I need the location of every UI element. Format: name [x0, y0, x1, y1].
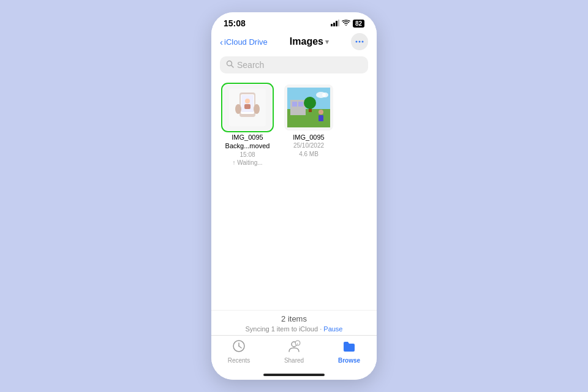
file-grid: IMG_0095 Backg...moved 15:08 ↑ Waiting..…: [220, 85, 368, 166]
status-bar: 15:08 82: [211, 12, 377, 31]
tab-bar: Recents + Shared Browse: [211, 335, 377, 371]
sync-status: Syncing 1 item to iCloud · Pause: [220, 325, 368, 333]
status-time: 15:08: [224, 18, 246, 28]
svg-line-8: [232, 66, 234, 68]
sync-text: Syncing 1 item to iCloud: [245, 325, 318, 333]
home-indicator: [211, 371, 377, 380]
svg-point-26: [322, 92, 328, 97]
back-chevron-icon: ‹: [220, 37, 223, 47]
tab-recents[interactable]: Recents: [221, 339, 257, 364]
home-bar: [263, 374, 325, 376]
file-item[interactable]: IMG_0095 Backg...moved 15:08 ↑ Waiting..…: [220, 85, 275, 166]
upload-arrow-icon: ↑: [232, 159, 235, 166]
svg-rect-21: [292, 102, 297, 107]
wifi-icon: [342, 20, 350, 28]
file-item[interactable]: IMG_0095 25/10/2022 4.6 MB: [281, 85, 336, 166]
file-upload-status: ↑ Waiting...: [232, 159, 262, 166]
file-meta-time: 15:08: [239, 151, 255, 159]
more-button[interactable]: [351, 33, 368, 50]
svg-rect-0: [331, 24, 333, 26]
search-bar: Search: [211, 54, 377, 78]
svg-rect-16: [244, 104, 251, 109]
svg-point-27: [318, 110, 323, 115]
svg-point-13: [235, 104, 241, 114]
file-meta-size: 4.6 MB: [299, 150, 318, 159]
status-icons: 82: [331, 20, 364, 28]
svg-rect-2: [336, 21, 337, 26]
main-content: IMG_0095 Backg...moved 15:08 ↑ Waiting..…: [211, 78, 377, 310]
title-chevron-icon: ▾: [325, 38, 329, 46]
svg-rect-28: [318, 115, 323, 121]
svg-point-15: [245, 99, 250, 104]
svg-text:+: +: [296, 342, 299, 345]
file-name: IMG_0095: [232, 133, 263, 141]
pause-button[interactable]: Pause: [323, 325, 342, 333]
file-name: IMG_0095: [293, 133, 324, 141]
tab-shared[interactable]: + Shared: [276, 339, 312, 364]
file-meta-date: 25/10/2022: [293, 141, 324, 150]
phone-frame: 15:08 82: [211, 12, 377, 380]
svg-rect-22: [298, 102, 303, 107]
browse-icon: [342, 339, 356, 356]
svg-point-5: [358, 41, 360, 43]
svg-rect-3: [338, 20, 339, 26]
back-label: iCloud Drive: [224, 37, 268, 47]
file-subname: Backg...moved: [225, 141, 270, 150]
search-input[interactable]: Search: [220, 56, 368, 74]
svg-line-31: [239, 346, 241, 348]
svg-point-14: [254, 104, 260, 114]
shared-icon: +: [287, 339, 301, 356]
folder-title[interactable]: Images ▾: [290, 36, 329, 47]
file-thumbnail: [223, 85, 272, 130]
search-placeholder: Search: [237, 60, 264, 70]
svg-point-4: [355, 41, 357, 43]
tab-shared-label: Shared: [284, 357, 304, 364]
nav-bar: ‹ iCloud Drive Images ▾: [211, 31, 377, 54]
bottom-status: 2 items Syncing 1 item to iCloud · Pause: [211, 310, 377, 335]
signal-icon: [331, 20, 339, 28]
search-icon: [226, 60, 234, 70]
folder-title-text: Images: [290, 36, 323, 47]
tab-recents-label: Recents: [228, 357, 251, 364]
recents-icon: [232, 339, 246, 356]
battery-level: 82: [353, 20, 364, 28]
svg-rect-1: [333, 23, 335, 26]
back-button[interactable]: ‹ iCloud Drive: [220, 37, 268, 47]
tab-browse[interactable]: Browse: [331, 339, 368, 364]
svg-point-6: [361, 41, 363, 43]
items-count: 2 items: [220, 314, 368, 323]
svg-point-24: [304, 97, 316, 109]
tab-browse-label: Browse: [338, 357, 360, 364]
file-thumbnail: [284, 85, 333, 130]
